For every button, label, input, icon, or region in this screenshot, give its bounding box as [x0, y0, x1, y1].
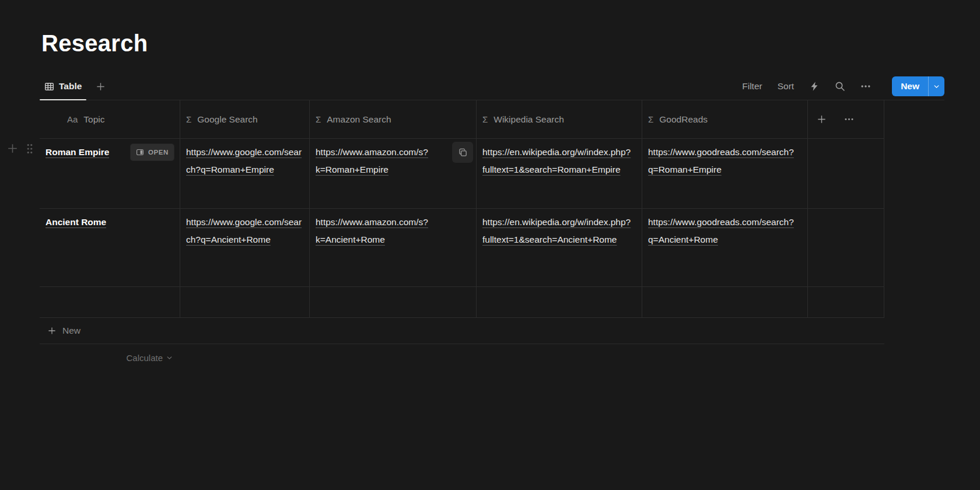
table-row: Roman Empire OPEN https://www.google.com…	[40, 139, 884, 209]
page-link[interactable]: Roman Empire	[46, 144, 109, 161]
automations-icon[interactable]	[809, 81, 820, 92]
tab-table[interactable]: Table	[40, 73, 86, 100]
cell-topic[interactable]: Ancient Rome	[40, 209, 180, 286]
open-page-button[interactable]: OPEN	[131, 144, 174, 160]
formula-property-icon: Σ	[316, 114, 321, 124]
calculate-label: Calculate	[126, 353, 163, 363]
table-row: Ancient Rome https://www.google.com/sear…	[40, 209, 884, 287]
view-controls: Filter Sort New	[742, 76, 944, 96]
column-header-label: Wikipedia Search	[494, 114, 564, 125]
add-row-label: New	[62, 326, 80, 336]
cell-google-search[interactable]	[180, 287, 309, 317]
row-gutter-controls	[6, 142, 33, 155]
more-options-icon[interactable]	[860, 81, 871, 92]
cell-wikipedia-search[interactable]	[476, 287, 642, 317]
sort-button[interactable]: Sort	[778, 81, 794, 92]
open-page-label: OPEN	[148, 144, 169, 161]
cell-extra[interactable]	[807, 287, 884, 317]
database-table: Aa Topic Σ Google Search Σ Amazon Search…	[40, 100, 884, 363]
insert-row-icon[interactable]	[6, 142, 19, 155]
url-link[interactable]: https://en.wikipedia.org/w/index.php?ful…	[482, 147, 631, 174]
url-link[interactable]: https://www.goodreads.com/search?q=Roman…	[648, 147, 794, 174]
cell-topic[interactable]: Roman Empire OPEN	[40, 139, 180, 208]
cell-google-search[interactable]: https://www.google.com/search?q=Roman+Em…	[180, 139, 309, 208]
page-link[interactable]: Ancient Rome	[46, 214, 106, 231]
cell-extra[interactable]	[807, 139, 884, 208]
column-header-topic[interactable]: Aa Topic	[40, 100, 180, 138]
page-title: Research	[41, 30, 148, 57]
plus-icon	[47, 326, 57, 335]
column-header-amazon-search[interactable]: Σ Amazon Search	[309, 100, 476, 138]
cell-google-search[interactable]: https://www.google.com/search?q=Ancient+…	[180, 209, 309, 286]
view-toolbar: Table Filter Sort New	[40, 73, 944, 100]
cell-goodreads[interactable]: https://www.goodreads.com/search?q=Ancie…	[642, 209, 807, 286]
column-header-label: GoodReads	[659, 114, 708, 125]
formula-property-icon: Σ	[186, 114, 191, 124]
cell-goodreads[interactable]	[642, 287, 807, 317]
cell-amazon-search[interactable]	[309, 287, 476, 317]
column-header-label: Amazon Search	[327, 114, 391, 125]
cell-wikipedia-search[interactable]: https://en.wikipedia.org/w/index.php?ful…	[476, 139, 642, 208]
cell-amazon-search[interactable]: https://www.amazon.com/s?k=Roman+Empire	[309, 139, 476, 208]
cell-amazon-search[interactable]: https://www.amazon.com/s?k=Ancient+Rome	[309, 209, 476, 286]
url-link[interactable]: https://www.amazon.com/s?k=Roman+Empire	[316, 147, 428, 174]
table-row-empty	[40, 287, 884, 318]
cell-wikipedia-search[interactable]: https://en.wikipedia.org/w/index.php?ful…	[476, 209, 642, 286]
url-link[interactable]: https://en.wikipedia.org/w/index.php?ful…	[482, 217, 631, 244]
add-row-button[interactable]: New	[40, 318, 884, 344]
title-property-icon: Aa	[67, 114, 78, 124]
search-icon[interactable]	[835, 81, 845, 92]
view-tabs: Table	[40, 73, 106, 100]
add-view-button[interactable]	[96, 82, 106, 92]
column-header-google-search[interactable]: Σ Google Search	[180, 100, 309, 138]
url-link[interactable]: https://www.google.com/search?q=Roman+Em…	[186, 147, 302, 174]
column-header-label: Topic	[83, 114, 104, 125]
side-peek-icon	[136, 148, 144, 156]
column-header-goodreads[interactable]: Σ GoodReads	[642, 100, 807, 138]
cell-goodreads[interactable]: https://www.goodreads.com/search?q=Roman…	[642, 139, 807, 208]
table-header-row: Aa Topic Σ Google Search Σ Amazon Search…	[40, 100, 884, 139]
column-header-label: Google Search	[197, 114, 257, 125]
chevron-down-icon	[166, 355, 173, 361]
formula-property-icon: Σ	[648, 114, 653, 124]
filter-button[interactable]: Filter	[742, 81, 762, 92]
drag-handle-icon[interactable]	[26, 143, 33, 155]
url-link[interactable]: https://www.google.com/search?q=Ancient+…	[186, 217, 302, 244]
calculate-button[interactable]: Calculate	[40, 344, 180, 363]
formula-property-icon: Σ	[482, 114, 488, 124]
copy-url-button[interactable]	[452, 142, 473, 163]
cell-extra[interactable]	[807, 209, 884, 286]
column-header-extra	[807, 100, 884, 138]
new-split-button: New	[892, 76, 944, 96]
new-dropdown-chevron-icon[interactable]	[928, 76, 944, 96]
add-column-icon[interactable]	[817, 114, 827, 124]
new-button[interactable]: New	[892, 76, 928, 96]
tab-table-label: Table	[59, 81, 82, 92]
table-view-icon	[44, 82, 54, 92]
url-link[interactable]: https://www.goodreads.com/search?q=Ancie…	[648, 217, 794, 244]
column-options-icon[interactable]	[844, 114, 854, 124]
column-header-wikipedia-search[interactable]: Σ Wikipedia Search	[476, 100, 642, 138]
url-link[interactable]: https://www.amazon.com/s?k=Ancient+Rome	[316, 217, 428, 244]
cell-topic[interactable]	[40, 287, 180, 317]
notion-database-page: Research Table Filter Sort	[0, 0, 980, 490]
